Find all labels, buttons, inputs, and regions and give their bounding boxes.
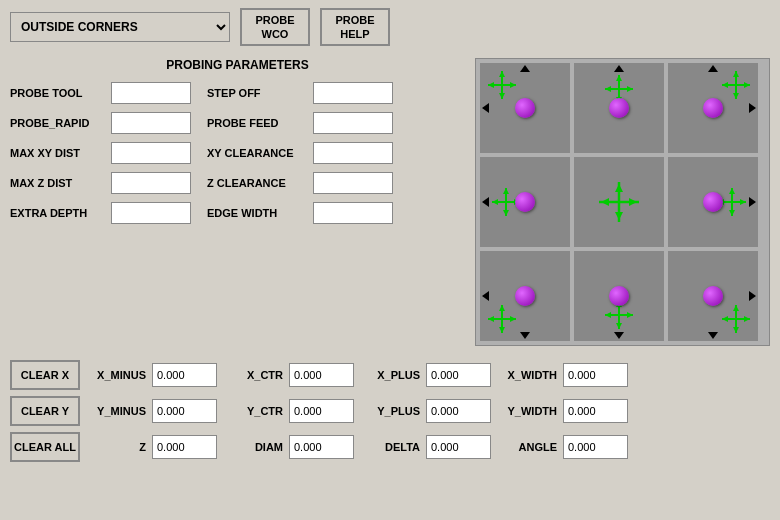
step-off-label: STEP OFF xyxy=(207,87,307,99)
arrow-down-icon xyxy=(520,332,530,339)
arrow-left-icon xyxy=(482,291,489,301)
z-input[interactable] xyxy=(152,435,217,459)
probe-ball-0-0 xyxy=(515,98,535,118)
arrow-up-icon xyxy=(520,65,530,72)
xy-clearance-input[interactable] xyxy=(313,142,393,164)
step-off-input[interactable] xyxy=(313,82,393,104)
center-crosshair-icon xyxy=(599,182,639,222)
mode-dropdown[interactable]: OUTSIDE CORNERS INSIDE CORNERS BOSS POCK… xyxy=(10,12,230,42)
svg-marker-4 xyxy=(488,82,494,88)
max-xy-label: MAX XY DIST xyxy=(10,147,105,159)
clear-x-button[interactable]: CLEAR X xyxy=(10,360,80,390)
extra-depth-input[interactable] xyxy=(111,202,191,224)
probe-ball-2-2 xyxy=(703,286,723,306)
probe-cell-1-1 xyxy=(574,157,664,247)
probe-ball-2-1 xyxy=(609,286,629,306)
probe-cell-0-0 xyxy=(480,63,570,153)
xy-clearance-label: XY CLEARANCE xyxy=(207,147,307,159)
probe-cell-2-2 xyxy=(668,251,758,341)
delta-input[interactable] xyxy=(426,435,491,459)
x-plus-input[interactable] xyxy=(426,363,491,387)
probe-tool-label: PROBE TOOL xyxy=(10,87,105,99)
clear-y-button[interactable]: CLEAR Y xyxy=(10,396,80,426)
z-clearance-input[interactable] xyxy=(313,172,393,194)
x-width-input[interactable] xyxy=(563,363,628,387)
arrow-right-icon xyxy=(749,103,756,113)
max-z-label: MAX Z DIST xyxy=(10,177,105,189)
x-minus-input[interactable] xyxy=(152,363,217,387)
svg-marker-22 xyxy=(492,199,498,205)
arrow-left-icon xyxy=(482,197,489,207)
y-plus-label: Y_PLUS xyxy=(360,405,420,417)
arrow-up-icon xyxy=(708,65,718,72)
probe-ball-1-0 xyxy=(515,192,535,212)
svg-marker-5 xyxy=(510,82,516,88)
svg-marker-53 xyxy=(744,316,750,322)
probe-feed-input[interactable] xyxy=(313,112,393,134)
svg-marker-17 xyxy=(744,82,750,88)
extra-depth-label: EXTRA DEPTH xyxy=(10,207,105,219)
y-minus-label: Y_MINUS xyxy=(86,405,146,417)
svg-marker-8 xyxy=(616,75,622,81)
crosshair-bl-icon xyxy=(488,305,516,333)
svg-marker-51 xyxy=(733,327,739,333)
angle-input[interactable] xyxy=(563,435,628,459)
crosshair-br-icon xyxy=(722,305,750,333)
svg-marker-46 xyxy=(605,312,611,318)
svg-marker-52 xyxy=(722,316,728,322)
probe-help-button[interactable]: PROBEHELP xyxy=(320,8,390,46)
probe-ball-1-2 xyxy=(703,192,723,212)
x-width-label: X_WIDTH xyxy=(497,369,557,381)
probe-tool-input[interactable] xyxy=(111,82,191,104)
arrow-right-icon xyxy=(749,197,756,207)
svg-marker-21 xyxy=(503,210,509,216)
edge-width-label: EDGE WIDTH xyxy=(207,207,307,219)
main-content: PROBING PARAMETERS PROBE TOOL STEP OFF P… xyxy=(0,54,780,346)
delta-label: DELTA xyxy=(360,441,420,453)
x-plus-label: X_PLUS xyxy=(360,369,420,381)
z-clearance-label: Z CLEARANCE xyxy=(207,177,307,189)
y-minus-input[interactable] xyxy=(152,399,217,423)
section-title: PROBING PARAMETERS xyxy=(10,58,465,72)
y-width-input[interactable] xyxy=(563,399,628,423)
probe-cell-1-0 xyxy=(480,157,570,247)
diam-input[interactable] xyxy=(289,435,354,459)
arrow-up-icon xyxy=(614,65,624,72)
svg-marker-47 xyxy=(627,312,633,318)
param-row-probe-rapid: PROBE_RAPID PROBE FEED xyxy=(10,112,465,134)
svg-marker-10 xyxy=(605,86,611,92)
arrow-down-icon xyxy=(708,332,718,339)
svg-marker-26 xyxy=(615,184,623,192)
z-label: Z xyxy=(86,441,146,453)
svg-marker-41 xyxy=(510,316,516,322)
right-panel xyxy=(475,54,770,346)
svg-marker-16 xyxy=(722,82,728,88)
x-ctr-label: X_CTR xyxy=(223,369,283,381)
probe-cell-1-2 xyxy=(668,157,758,247)
svg-marker-40 xyxy=(488,316,494,322)
probe-rapid-input[interactable] xyxy=(111,112,191,134)
probe-wco-button[interactable]: PROBEWCO xyxy=(240,8,310,46)
edge-width-input[interactable] xyxy=(313,202,393,224)
max-z-input[interactable] xyxy=(111,172,191,194)
y-plus-input[interactable] xyxy=(426,399,491,423)
bottom-section: CLEAR X X_MINUS X_CTR X_PLUS X_WIDTH CLE… xyxy=(0,352,780,472)
svg-marker-39 xyxy=(499,327,505,333)
probe-ball-0-2 xyxy=(703,98,723,118)
svg-marker-3 xyxy=(499,93,505,99)
angle-label: ANGLE xyxy=(497,441,557,453)
max-xy-input[interactable] xyxy=(111,142,191,164)
clear-x-row: CLEAR X X_MINUS X_CTR X_PLUS X_WIDTH xyxy=(10,360,770,390)
param-row-probe-tool: PROBE TOOL STEP OFF xyxy=(10,82,465,104)
probe-cell-2-1 xyxy=(574,251,664,341)
clear-all-button[interactable]: CLEAR ALL xyxy=(10,432,80,462)
probe-ball-0-1 xyxy=(609,98,629,118)
arrow-right-icon xyxy=(749,291,756,301)
y-ctr-input[interactable] xyxy=(289,399,354,423)
svg-marker-35 xyxy=(740,199,746,205)
probe-ball-2-0 xyxy=(515,286,535,306)
x-ctr-input[interactable] xyxy=(289,363,354,387)
top-bar: OUTSIDE CORNERS INSIDE CORNERS BOSS POCK… xyxy=(0,0,780,54)
svg-marker-2 xyxy=(499,71,505,77)
crosshair-tl-icon xyxy=(488,71,516,99)
